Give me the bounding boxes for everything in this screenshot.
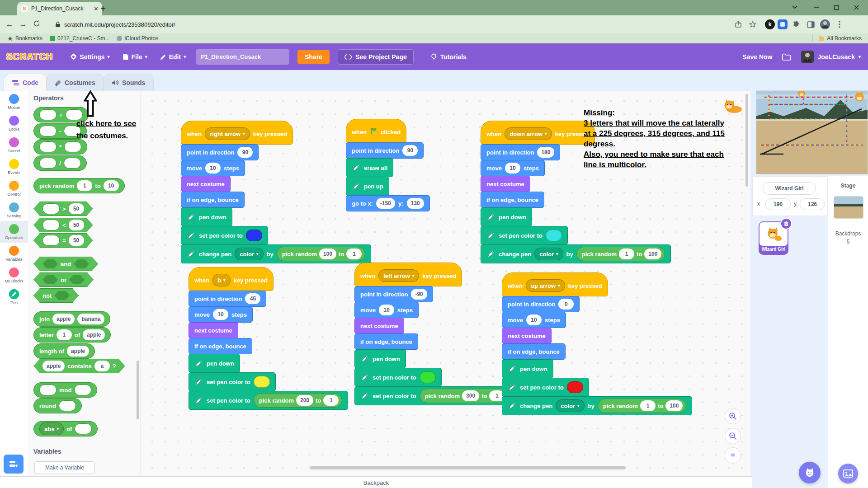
tab-costumes[interactable]: Costumes — [46, 74, 104, 91]
save-now-button[interactable]: Save Now — [742, 53, 772, 61]
palette-block-3[interactable]: / — [33, 155, 87, 171]
pen-block[interactable]: erase all — [346, 158, 393, 177]
value-input[interactable]: 180 — [537, 147, 554, 158]
palette-block-16[interactable]: round — [33, 398, 82, 413]
back-icon[interactable]: ← — [3, 20, 16, 29]
backdrop-thumbnail[interactable] — [834, 196, 863, 219]
motion-block[interactable]: if on edge, bounce — [502, 343, 566, 360]
value-input[interactable]: 10 — [213, 309, 228, 320]
pen-color-swatch[interactable] — [254, 376, 270, 388]
sprite-name-input[interactable] — [763, 182, 816, 195]
empty-slot[interactable] — [39, 109, 57, 120]
motion-block[interactable]: point in direction90 — [346, 142, 424, 159]
scratch-logo[interactable]: SCRATCH — [6, 52, 53, 62]
palette-block-5[interactable]: >50 — [33, 202, 93, 216]
palette-block-11[interactable]: joinapplebanana — [33, 311, 110, 327]
dropdown-color[interactable]: color▾ — [534, 248, 563, 260]
empty-slot[interactable] — [39, 126, 57, 136]
category-item-operators[interactable]: Operators — [0, 221, 28, 243]
pen-block[interactable]: set pen color to — [354, 368, 442, 387]
value-input[interactable]: 10 — [205, 163, 221, 174]
tab-code[interactable]: Code — [4, 74, 47, 91]
dropdown-right-arrow[interactable]: right arrow▾ — [205, 127, 250, 140]
empty-slot[interactable] — [75, 423, 92, 434]
backpack-bar[interactable]: Backpack — [0, 476, 752, 488]
tab-search-icon[interactable] — [785, 0, 805, 14]
value-input[interactable]: 10 — [379, 305, 394, 315]
palette-block-7[interactable]: =50 — [33, 233, 93, 248]
stage-viewport[interactable] — [756, 90, 868, 174]
value-input[interactable]: 0 — [558, 299, 574, 310]
maximize-button[interactable] — [826, 0, 846, 14]
value-input[interactable]: apple — [83, 329, 105, 340]
value-input[interactable]: 50 — [69, 203, 84, 214]
category-item-motion[interactable]: Motion — [0, 91, 28, 113]
category-item-looks[interactable]: Looks — [0, 113, 28, 134]
extension-blue-icon[interactable] — [778, 19, 788, 29]
bookmark-star-icon[interactable] — [747, 19, 759, 30]
category-item-control[interactable]: Control — [0, 178, 28, 199]
pen-block[interactable]: pen down — [481, 207, 532, 226]
empty-boolean-slot[interactable] — [42, 275, 58, 284]
empty-slot[interactable] — [42, 235, 60, 246]
nested-reporter-block[interactable]: pick random200to1 — [254, 393, 343, 408]
pen-block[interactable]: pen down — [502, 359, 553, 378]
motion-block[interactable]: move10steps — [502, 312, 566, 328]
palette-block-8[interactable]: and — [33, 257, 98, 271]
motion-block[interactable]: if on edge, bounce — [481, 192, 544, 208]
tutorials-button[interactable]: Tutorials — [430, 53, 467, 61]
motion-block[interactable]: go to x:-150y:130 — [346, 195, 430, 211]
account-menu[interactable]: JoeLCusack▾ — [801, 51, 861, 63]
pen-color-swatch[interactable] — [420, 371, 436, 383]
my-stuff-folder-icon[interactable] — [782, 53, 791, 61]
browser-tab[interactable]: S P1_Direction_Cusack on Scratch ✕ — [17, 2, 102, 15]
hat-block[interactable]: whenb▾key pressed — [189, 267, 274, 291]
looks-block[interactable]: next costume — [181, 176, 231, 192]
value-input[interactable]: 50 — [69, 220, 84, 230]
add-extension-button[interactable] — [4, 455, 24, 474]
pen-color-swatch[interactable] — [567, 381, 583, 393]
looks-block[interactable]: next costume — [189, 322, 238, 338]
tab-sounds[interactable]: Sounds — [103, 74, 154, 91]
hat-block[interactable]: whenright arrow▾key pressed — [181, 121, 293, 145]
empty-slot[interactable] — [74, 385, 91, 395]
zoom-in-button[interactable] — [725, 408, 741, 424]
empty-slot[interactable] — [42, 220, 60, 230]
palette-block-6[interactable]: <50 — [33, 218, 93, 232]
bookmark-item-icloud[interactable]: iCloud Photos — [117, 35, 158, 42]
value-input[interactable]: 100 — [644, 249, 661, 259]
forward-icon[interactable]: → — [16, 20, 30, 29]
share-page-icon[interactable] — [732, 19, 744, 30]
all-bookmarks-button[interactable]: All Bookmarks — [812, 35, 862, 42]
close-window-button[interactable] — [846, 0, 866, 14]
see-project-page-button[interactable]: See Project Page — [338, 49, 414, 65]
pen-block[interactable]: set pen color to — [189, 372, 276, 391]
category-item-sound[interactable]: Sound — [0, 134, 28, 156]
pen-block[interactable]: change pencolor▾bypick random100to1 — [181, 244, 371, 263]
value-input[interactable]: 1 — [619, 249, 634, 259]
pen-block[interactable]: change pencolor▾bypick random1to100 — [502, 396, 692, 415]
share-button[interactable]: Share — [297, 50, 330, 64]
motion-block[interactable]: point in direction0 — [502, 296, 580, 312]
bookmark-item-cruise[interactable]: 0212_CruiseC - Sm... — [50, 35, 109, 42]
reload-icon[interactable] — [30, 20, 43, 29]
motion-block[interactable]: move10steps — [181, 160, 245, 176]
motion-block[interactable]: move10steps — [354, 302, 419, 318]
motion-block[interactable]: point in direction45 — [189, 291, 266, 307]
canvas-vertical-scrollbar[interactable] — [745, 94, 748, 187]
looks-block[interactable]: next costume — [354, 318, 404, 334]
dropdown-abs[interactable]: abs▾ — [39, 422, 64, 435]
nested-reporter-block[interactable]: pick random1to100 — [598, 399, 687, 413]
zoom-out-button[interactable] — [725, 428, 741, 444]
sprite-y-input[interactable] — [800, 198, 825, 210]
value-input[interactable]: 300 — [462, 390, 479, 401]
palette-block-2[interactable]: * — [33, 139, 87, 155]
stage-selector-column[interactable]: Stage Backdrops 5 — [828, 176, 868, 488]
empty-boolean-slot[interactable] — [74, 259, 89, 268]
hat-block[interactable]: whenleft arrow▾key pressed — [354, 263, 462, 286]
pen-color-swatch[interactable] — [546, 230, 562, 241]
value-input[interactable]: 10 — [526, 314, 542, 325]
palette-block-15[interactable]: mod — [33, 382, 97, 398]
palette-scrollbar[interactable] — [137, 361, 139, 419]
motion-block[interactable]: point in direction90 — [181, 144, 259, 160]
